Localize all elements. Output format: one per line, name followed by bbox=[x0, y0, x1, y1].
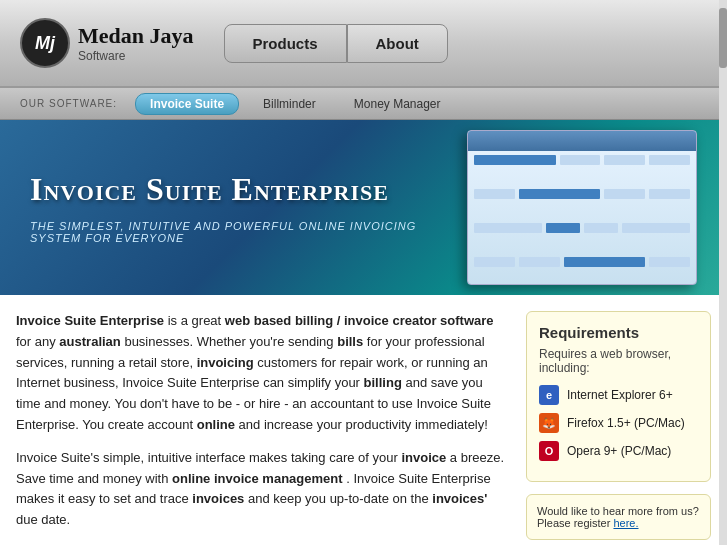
op-icon: O bbox=[539, 441, 559, 461]
hero-title: Invoice Suite Enterprise bbox=[30, 171, 467, 208]
text-invoicing: invoicing bbox=[197, 355, 254, 370]
paragraph-1: Invoice Suite Enterprise is a great web … bbox=[16, 311, 510, 436]
req-title: Requirements bbox=[539, 324, 698, 341]
scrollbar-thumb[interactable] bbox=[719, 8, 727, 68]
sidebar: Requirements Requires a web browser, inc… bbox=[526, 311, 711, 545]
logo-company-name: Medan Jaya bbox=[78, 23, 194, 49]
nav-products[interactable]: Products bbox=[224, 24, 347, 63]
text-billing: billing bbox=[364, 375, 402, 390]
req-item-ie: e Internet Explorer 6+ bbox=[539, 385, 698, 405]
sub-nav-label: OUR SOFTWARE: bbox=[20, 98, 117, 109]
main-content: Invoice Suite Enterprise is a great web … bbox=[0, 295, 727, 545]
hero-banner: Invoice Suite Enterprise The simplest, i… bbox=[0, 120, 727, 295]
logo-icon: Mj bbox=[20, 18, 70, 68]
hero-screenshot bbox=[467, 130, 697, 285]
nav-buttons: Products About bbox=[224, 24, 448, 63]
ie-icon: e bbox=[539, 385, 559, 405]
header: Mj Medan Jaya Software Products About bbox=[0, 0, 727, 88]
text-invoice-2: invoice bbox=[401, 450, 446, 465]
text-online-invoice-management: online invoice management bbox=[172, 471, 343, 486]
text-bills: bills bbox=[337, 334, 363, 349]
register-box: Would like to hear more from us? Please … bbox=[526, 494, 711, 540]
requirements-box: Requirements Requires a web browser, inc… bbox=[526, 311, 711, 482]
hero-text: Invoice Suite Enterprise The simplest, i… bbox=[30, 171, 467, 244]
register-link[interactable]: here. bbox=[613, 517, 638, 529]
text-invoices-2: invoices bbox=[192, 491, 244, 506]
logo-text-area: Medan Jaya Software bbox=[78, 23, 194, 63]
text-web-based-billing: web based billing / invoice creator soft… bbox=[225, 313, 494, 328]
req-item-op: O Opera 9+ (PC/Mac) bbox=[539, 441, 698, 461]
req-ff-label: Firefox 1.5+ (PC/Mac) bbox=[567, 416, 685, 430]
sub-nav-billminder[interactable]: Billminder bbox=[249, 94, 330, 114]
req-op-label: Opera 9+ (PC/Mac) bbox=[567, 444, 671, 458]
text-online-1: online bbox=[197, 417, 235, 432]
logo-tagline: Software bbox=[78, 49, 194, 63]
sub-nav: OUR SOFTWARE: Invoice Suite Billminder M… bbox=[0, 88, 727, 120]
hero-subtitle: The simplest, intuitive and powerful onl… bbox=[30, 220, 467, 244]
text-invoice-suite-enterprise: Invoice Suite Enterprise bbox=[16, 313, 164, 328]
req-intro: Requires a web browser, including: bbox=[539, 347, 698, 375]
req-item-ff: 🦊 Firefox 1.5+ (PC/Mac) bbox=[539, 413, 698, 433]
nav-about[interactable]: About bbox=[347, 24, 448, 63]
logo-area: Mj Medan Jaya Software bbox=[20, 18, 194, 68]
req-ie-label: Internet Explorer 6+ bbox=[567, 388, 673, 402]
text-invoices-due: invoices' bbox=[432, 491, 487, 506]
ff-icon: 🦊 bbox=[539, 413, 559, 433]
content-left: Invoice Suite Enterprise is a great web … bbox=[16, 311, 526, 545]
paragraph-2: Invoice Suite's simple, intuitive interf… bbox=[16, 448, 510, 531]
scrollbar[interactable] bbox=[719, 0, 727, 545]
sub-nav-invoice-suite[interactable]: Invoice Suite bbox=[135, 93, 239, 115]
sub-nav-money-manager[interactable]: Money Manager bbox=[340, 94, 455, 114]
text-australian: australian bbox=[59, 334, 120, 349]
